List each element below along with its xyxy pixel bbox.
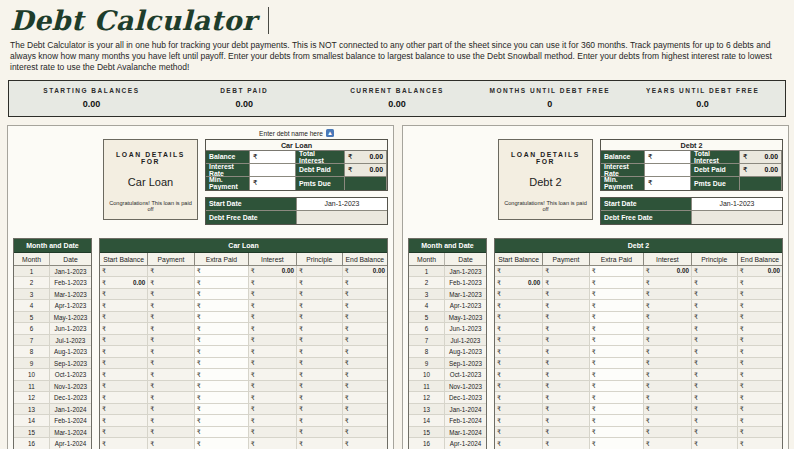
payment-cell[interactable]: ₹ (148, 381, 195, 393)
payment-cell[interactable]: ₹ (343, 289, 387, 301)
payment-cell[interactable]: ₹ (100, 369, 148, 381)
date-value-cell[interactable]: Jan-1-2023 (296, 198, 387, 211)
month-date-cell[interactable]: Jan-1-2024 (50, 404, 91, 416)
month-date-cell[interactable]: Feb-1-2024 (445, 415, 486, 427)
payment-cell[interactable]: ₹ (100, 438, 148, 449)
payment-cell[interactable]: ₹ (495, 346, 543, 358)
month-number-cell[interactable]: 2 (14, 277, 50, 289)
month-date-cell[interactable]: Jan-1-2023 (50, 266, 91, 278)
payment-cell[interactable]: ₹ (297, 312, 343, 324)
payment-cell[interactable]: ₹ (738, 392, 782, 404)
month-date-cell[interactable]: Apr-1-2024 (50, 438, 91, 449)
payment-cell[interactable]: ₹ (249, 323, 297, 335)
month-number-cell[interactable]: 12 (14, 392, 50, 404)
payment-cell[interactable]: ₹ (148, 369, 195, 381)
month-date-cell[interactable]: Apr-1-2023 (50, 300, 91, 312)
month-date-cell[interactable]: Oct-1-2023 (50, 369, 91, 381)
payment-cell[interactable]: ₹ (297, 358, 343, 370)
detail-input-cell[interactable] (250, 164, 296, 177)
payment-cell[interactable]: ₹ (100, 381, 148, 393)
payment-cell[interactable]: ₹ (590, 289, 644, 301)
month-number-cell[interactable]: 4 (14, 300, 50, 312)
month-date-cell[interactable]: Nov-1-2023 (50, 381, 91, 393)
month-number-cell[interactable]: 7 (409, 335, 445, 347)
payment-cell[interactable]: ₹ (495, 289, 543, 301)
payment-cell[interactable]: ₹ (195, 381, 249, 393)
month-date-cell[interactable]: Aug-1-2023 (445, 346, 486, 358)
month-date-cell[interactable]: Feb-1-2023 (50, 277, 91, 289)
payment-cell[interactable]: ₹ (644, 323, 692, 335)
month-date-cell[interactable]: Jul-1-2023 (50, 335, 91, 347)
payment-cell[interactable]: ₹0.00 (100, 277, 148, 289)
payment-cell[interactable]: ₹ (148, 323, 195, 335)
payment-cell[interactable]: ₹ (148, 289, 195, 301)
payment-cell[interactable]: ₹ (148, 392, 195, 404)
payment-cell[interactable]: ₹ (738, 358, 782, 370)
payment-cell[interactable]: ₹ (590, 323, 644, 335)
month-date-cell[interactable]: May-1-2023 (445, 312, 486, 324)
payment-cell[interactable]: ₹ (590, 381, 644, 393)
payment-cell[interactable]: ₹ (738, 312, 782, 324)
payment-cell[interactable]: ₹ (100, 358, 148, 370)
payment-cell[interactable]: ₹ (644, 358, 692, 370)
month-number-cell[interactable]: 4 (409, 300, 445, 312)
payment-cell[interactable]: ₹ (692, 381, 738, 393)
payment-cell[interactable]: ₹ (195, 358, 249, 370)
payment-cell[interactable]: ₹ (543, 323, 590, 335)
payment-cell[interactable]: ₹ (692, 289, 738, 301)
payment-cell[interactable]: ₹ (195, 392, 249, 404)
payment-cell[interactable]: ₹ (495, 312, 543, 324)
month-number-cell[interactable]: 3 (14, 289, 50, 301)
month-number-cell[interactable]: 3 (409, 289, 445, 301)
payment-cell[interactable]: ₹ (343, 415, 387, 427)
month-number-cell[interactable]: 6 (14, 323, 50, 335)
payment-cell[interactable]: ₹ (543, 369, 590, 381)
payment-cell[interactable]: ₹ (495, 323, 543, 335)
payment-cell[interactable]: ₹ (148, 358, 195, 370)
payment-cell[interactable]: ₹0.00 (738, 266, 782, 278)
detail-input-cell[interactable]: ₹ (645, 177, 691, 190)
payment-cell[interactable]: ₹ (100, 427, 148, 439)
up-arrow-icon[interactable]: ▲ (326, 129, 334, 137)
month-number-cell[interactable]: 14 (14, 415, 50, 427)
payment-cell[interactable]: ₹ (590, 415, 644, 427)
payment-cell[interactable]: ₹ (100, 312, 148, 324)
payment-cell[interactable]: ₹ (195, 404, 249, 416)
payment-cell[interactable]: ₹ (495, 300, 543, 312)
payment-cell[interactable]: ₹ (148, 427, 195, 439)
payment-cell[interactable]: ₹ (692, 404, 738, 416)
payment-cell[interactable]: ₹ (543, 277, 590, 289)
month-number-cell[interactable]: 1 (409, 266, 445, 278)
month-date-cell[interactable]: May-1-2023 (50, 312, 91, 324)
payment-cell[interactable]: ₹ (543, 438, 590, 449)
payment-cell[interactable]: ₹ (644, 415, 692, 427)
payment-cell[interactable]: ₹ (644, 289, 692, 301)
month-date-cell[interactable]: Dec-1-2023 (50, 392, 91, 404)
payment-cell[interactable]: ₹ (495, 335, 543, 347)
month-number-cell[interactable]: 11 (409, 381, 445, 393)
payment-cell[interactable]: ₹ (543, 266, 590, 278)
month-number-cell[interactable]: 5 (14, 312, 50, 324)
payment-cell[interactable]: ₹0.00 (249, 266, 297, 278)
payment-cell[interactable]: ₹ (543, 381, 590, 393)
month-number-cell[interactable]: 8 (14, 346, 50, 358)
payment-cell[interactable]: ₹ (297, 381, 343, 393)
payment-cell[interactable]: ₹ (343, 323, 387, 335)
payment-cell[interactable]: ₹ (100, 335, 148, 347)
payment-cell[interactable]: ₹ (644, 438, 692, 449)
payment-cell[interactable]: ₹ (195, 369, 249, 381)
payment-cell[interactable]: ₹ (148, 404, 195, 416)
payment-cell[interactable]: ₹ (543, 346, 590, 358)
payment-cell[interactable]: ₹ (590, 266, 644, 278)
payment-cell[interactable]: ₹ (590, 427, 644, 439)
payment-cell[interactable]: ₹ (343, 335, 387, 347)
payment-cell[interactable]: ₹ (692, 266, 738, 278)
payment-cell[interactable]: ₹ (495, 438, 543, 449)
payment-cell[interactable]: ₹ (543, 404, 590, 416)
month-number-cell[interactable]: 8 (409, 346, 445, 358)
payment-cell[interactable]: ₹ (590, 300, 644, 312)
month-date-cell[interactable]: Nov-1-2023 (445, 381, 486, 393)
payment-cell[interactable]: ₹ (297, 392, 343, 404)
payment-cell[interactable]: ₹ (644, 277, 692, 289)
payment-cell[interactable]: ₹ (543, 289, 590, 301)
